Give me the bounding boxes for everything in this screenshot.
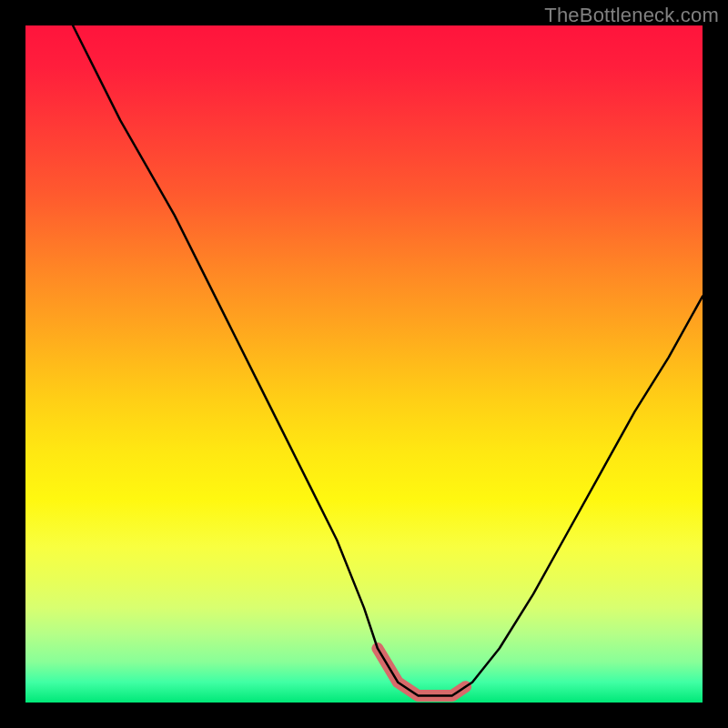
chart-frame: TheBottleneck.com — [0, 0, 728, 728]
watermark-text: TheBottleneck.com — [544, 4, 719, 27]
plot-area — [25, 25, 703, 703]
curve-svg — [25, 25, 703, 703]
bottleneck-curve — [73, 25, 703, 696]
